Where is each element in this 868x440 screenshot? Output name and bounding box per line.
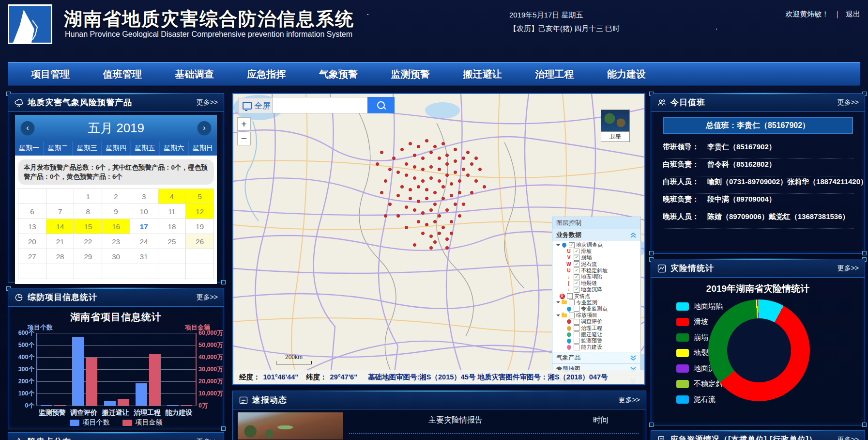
layer-checkbox[interactable] xyxy=(574,325,579,331)
calendar-day-cell[interactable]: 11 xyxy=(158,204,186,219)
disaster-point-marker[interactable] xyxy=(413,208,416,212)
disaster-point-marker[interactable] xyxy=(429,151,433,154)
nav-item-5[interactable]: 监测预警 xyxy=(391,68,430,81)
nav-item-6[interactable]: 搬迁避让 xyxy=(463,68,502,81)
more-link[interactable]: 更多>> xyxy=(838,264,859,273)
disaster-point-marker[interactable] xyxy=(454,159,457,163)
layer-tree-item[interactable]: 专业监测 xyxy=(554,299,640,306)
layer-checkbox[interactable]: ✓ xyxy=(574,249,579,254)
calendar-day-cell[interactable]: 6 xyxy=(18,204,46,219)
disaster-point-marker[interactable] xyxy=(470,162,473,166)
map-search-input[interactable] xyxy=(272,97,367,113)
disaster-point-marker[interactable] xyxy=(413,154,416,157)
disaster-point-marker[interactable] xyxy=(429,176,433,180)
disaster-point-marker[interactable] xyxy=(380,151,383,154)
layer-tree-item[interactable]: V✓崩塌 xyxy=(554,254,640,261)
calendar-day-cell[interactable]: 18 xyxy=(158,219,186,234)
disaster-point-marker[interactable] xyxy=(421,157,425,160)
calendar-day-cell[interactable]: 26 xyxy=(186,234,214,249)
layer-tree-item[interactable]: ↓✓地面沉降 xyxy=(554,286,640,293)
more-link[interactable]: 更多>> xyxy=(838,98,859,107)
fullscreen-button[interactable]: 全屏 xyxy=(238,98,275,113)
more-link[interactable]: 更多>> xyxy=(197,293,218,302)
disaster-point-marker[interactable] xyxy=(405,162,408,166)
disaster-point-marker[interactable] xyxy=(396,194,400,197)
layer-tree-item[interactable]: 综放项目 xyxy=(554,312,640,318)
map-container[interactable]: 全屏 + − 卫星 图层控制 业务数据 ✓地灾调查点U✓滑坡V✓崩塌W✓泥石流U… xyxy=(232,93,645,385)
calendar-day-cell[interactable]: 22 xyxy=(74,234,102,249)
calendar-day-cell[interactable]: 5 xyxy=(186,189,214,204)
calendar-day-cell[interactable] xyxy=(18,189,46,204)
layer-checkbox[interactable]: ✓ xyxy=(574,281,579,286)
layer-checkbox[interactable] xyxy=(574,306,579,312)
layer-tree-item[interactable]: U✓滑坡 xyxy=(554,248,640,254)
disaster-point-marker[interactable] xyxy=(442,226,445,229)
logout-button[interactable]: 退出 xyxy=(846,10,860,19)
more-link[interactable]: 更多>> xyxy=(197,438,218,440)
disaster-point-marker[interactable] xyxy=(429,246,433,250)
disaster-point-marker[interactable] xyxy=(396,214,400,218)
disaster-point-marker[interactable] xyxy=(474,157,478,160)
layer-group-气象产品[interactable]: 气象产品 xyxy=(552,352,640,363)
calendar-day-cell[interactable]: 25 xyxy=(158,234,186,249)
layer-tree-item[interactable]: 搬迁避让 xyxy=(554,331,640,338)
layer-group-business[interactable]: 业务数据 xyxy=(552,229,640,241)
disaster-point-marker[interactable] xyxy=(421,211,425,215)
calendar-next-button[interactable]: › xyxy=(198,121,211,135)
news-photo[interactable] xyxy=(238,412,343,440)
layer-checkbox[interactable] xyxy=(574,338,579,344)
layer-checkbox[interactable] xyxy=(574,319,579,325)
layer-tree-item[interactable]: 灾灾情点 xyxy=(554,293,640,299)
disaster-point-marker[interactable] xyxy=(433,240,437,244)
calendar-day-cell[interactable]: 13 xyxy=(18,219,46,234)
disaster-point-marker[interactable] xyxy=(429,208,433,212)
layer-tree-item[interactable]: |✓地裂缝 xyxy=(554,280,640,286)
disaster-point-marker[interactable] xyxy=(409,142,412,145)
layer-tree-item[interactable]: 治理工程 xyxy=(554,325,640,331)
disaster-point-marker[interactable] xyxy=(421,232,425,235)
disaster-point-marker[interactable] xyxy=(405,205,408,209)
calendar-day-cell[interactable]: 9 xyxy=(102,204,130,219)
layer-tree-item[interactable]: 专业监测点 xyxy=(554,306,640,312)
calendar-day-cell[interactable] xyxy=(18,264,46,279)
calendar-day-cell[interactable]: 16 xyxy=(102,219,130,234)
calendar-day-cell[interactable]: 20 xyxy=(18,234,46,249)
calendar-day-cell[interactable] xyxy=(186,249,214,264)
layer-tree-item[interactable]: 调查评价 xyxy=(554,318,640,325)
calendar-day-cell[interactable]: 31 xyxy=(130,249,158,264)
calendar-day-cell[interactable] xyxy=(158,249,186,264)
calendar-day-cell[interactable]: 15 xyxy=(74,219,102,234)
nav-item-4[interactable]: 气象预警 xyxy=(319,68,358,81)
calendar-day-cell[interactable] xyxy=(186,264,214,279)
layer-tree-item[interactable]: 能力建设 xyxy=(554,344,640,350)
disaster-point-marker[interactable] xyxy=(450,232,453,235)
calendar-day-cell[interactable]: 23 xyxy=(102,234,130,249)
calendar-day-cell[interactable]: 29 xyxy=(74,249,102,264)
calendar-day-cell[interactable]: 30 xyxy=(102,249,130,264)
calendar-day-cell[interactable]: 17 xyxy=(130,219,158,234)
nav-item-3[interactable]: 应急指挥 xyxy=(247,68,286,81)
layer-tree-item[interactable]: 监测预警 xyxy=(554,338,640,344)
calendar-day-cell[interactable] xyxy=(74,264,102,279)
calendar-day-cell[interactable]: 4 xyxy=(158,189,186,204)
layer-tree-item[interactable]: ✓地灾调查点 xyxy=(554,242,640,248)
disaster-point-marker[interactable] xyxy=(429,165,433,169)
layer-checkbox[interactable] xyxy=(569,313,575,318)
disaster-point-marker[interactable] xyxy=(400,148,404,151)
disaster-point-marker[interactable] xyxy=(376,162,379,166)
layer-checkbox[interactable]: ✓ xyxy=(574,255,579,261)
map-search-button[interactable] xyxy=(367,97,395,113)
layer-tree-item[interactable]: ↓✓地面塌陷 xyxy=(554,274,640,280)
layer-checkbox[interactable] xyxy=(574,345,579,350)
calendar-day-cell[interactable] xyxy=(130,264,158,279)
disaster-point-marker[interactable] xyxy=(413,165,416,169)
calendar-day-cell[interactable] xyxy=(46,264,75,279)
layer-checkbox[interactable] xyxy=(574,331,579,337)
calendar-day-cell[interactable] xyxy=(102,264,130,279)
calendar-day-cell[interactable]: 27 xyxy=(18,249,46,264)
calendar-day-cell[interactable]: 2 xyxy=(102,189,130,204)
calendar-day-cell[interactable] xyxy=(158,264,186,279)
disaster-point-marker[interactable] xyxy=(442,142,445,145)
calendar-day-cell[interactable] xyxy=(46,189,75,204)
calendar-day-cell[interactable]: 10 xyxy=(130,204,158,219)
